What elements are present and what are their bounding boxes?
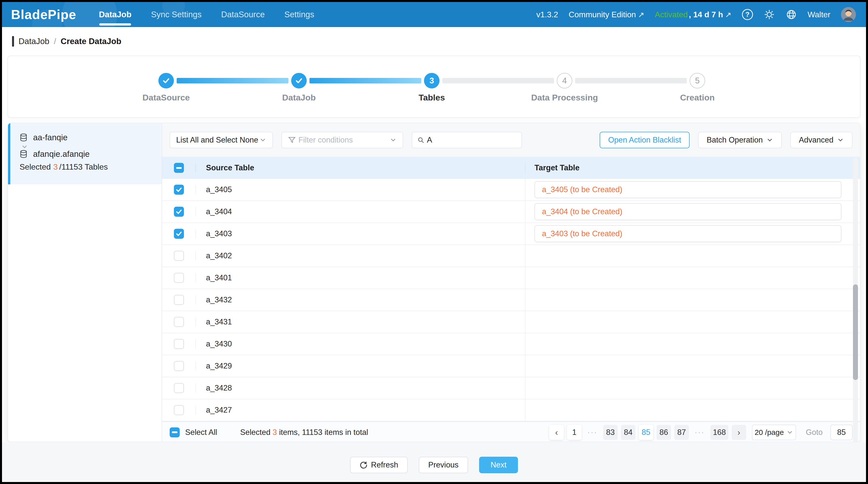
table-footer: Select All Selected 3 items, 11153 items…: [162, 421, 860, 442]
step-label-data-processing: Data Processing: [498, 93, 631, 102]
search-input[interactable]: [427, 135, 517, 144]
user-name[interactable]: Walter: [808, 10, 830, 19]
target-table-cell: [525, 333, 860, 355]
target-table-cell: [525, 377, 860, 399]
datasource-name: aa-fanqie: [33, 133, 68, 142]
refresh-button[interactable]: Refresh: [350, 457, 408, 473]
source-table-column-header: Source Table: [195, 163, 525, 172]
target-table-cell: a_3404 (to be Created): [525, 201, 860, 222]
nav-tab-settings[interactable]: Settings: [284, 2, 314, 27]
app-logo: BladePipe: [11, 7, 76, 22]
batch-operation-button[interactable]: Batch Operation: [698, 132, 782, 148]
pagination-prev-button[interactable]: ‹: [549, 425, 564, 440]
row-checkbox[interactable]: [174, 383, 184, 393]
row-checkbox[interactable]: [174, 273, 184, 283]
language-globe-icon[interactable]: [785, 9, 797, 20]
pagination-page-1[interactable]: 1: [567, 425, 582, 440]
target-table-cell: [525, 399, 860, 421]
filter-funnel-icon: [288, 136, 296, 144]
navbar-right: v1.3.2 Community Edition ↗ Activated , 1…: [536, 7, 856, 22]
filter-placeholder: Filter conditions: [299, 135, 353, 144]
target-table-input[interactable]: a_3405 (to be Created): [534, 181, 841, 198]
step-circle-creation: 5: [690, 73, 705, 89]
open-action-blacklist-button[interactable]: Open Action Blacklist: [600, 132, 690, 148]
advanced-label: Advanced: [799, 135, 833, 144]
pagination: ‹1···8384858687···168› 20 /page Goto: [549, 425, 852, 440]
target-table-cell: [525, 355, 860, 377]
chevron-down-icon: [766, 136, 773, 143]
pagination-page-85[interactable]: 85: [639, 425, 653, 440]
table-row: a_3432: [162, 289, 860, 311]
batch-operation-label: Batch Operation: [707, 135, 763, 144]
next-button[interactable]: Next: [479, 457, 518, 473]
chevron-down-icon: [390, 136, 397, 143]
target-table-cell: a_3403 (to be Created): [525, 223, 860, 245]
target-table-cell: [525, 311, 860, 333]
table-row: a_3405a_3405 (to be Created): [162, 179, 860, 201]
pagination-page-84[interactable]: 84: [621, 425, 636, 440]
datasource-node[interactable]: aa-fanqie: [19, 133, 68, 142]
row-checkbox[interactable]: [174, 317, 184, 327]
pagination-ellipsis: ···: [585, 425, 600, 440]
previous-button[interactable]: Previous: [419, 457, 468, 473]
target-table-input[interactable]: a_3404 (to be Created): [534, 203, 841, 220]
row-checkbox[interactable]: [174, 229, 184, 239]
license-status[interactable]: Activated , 14 d 7 h ↗: [655, 10, 732, 19]
pagination-next-button[interactable]: ›: [732, 425, 746, 440]
table-selection-card: aa-fanqie afanqie.afanqie Selected3/1115…: [7, 123, 861, 442]
pagination-page-168[interactable]: 168: [710, 425, 728, 440]
step-circle-tables: 3: [424, 73, 439, 89]
header-select-checkbox[interactable]: [174, 163, 184, 173]
table-search-box: [412, 132, 522, 148]
step-label-creation: Creation: [631, 93, 764, 102]
pagination-page-83[interactable]: 83: [603, 425, 618, 440]
step-connector: [177, 78, 288, 84]
nav-tab-datajob[interactable]: DataJob: [99, 2, 131, 27]
goto-label: Goto: [806, 428, 823, 437]
edition-link[interactable]: Community Edition ↗: [568, 10, 644, 19]
target-table-cell: [525, 267, 860, 289]
pagination-page-87[interactable]: 87: [674, 425, 689, 440]
goto-page-input[interactable]: [830, 425, 852, 440]
list-mode-select[interactable]: List All and Select None: [169, 132, 273, 148]
select-all-checkbox[interactable]: [169, 427, 180, 438]
table-row: a_3430: [162, 333, 860, 355]
row-checkbox[interactable]: [174, 405, 184, 415]
theme-icon[interactable]: [764, 9, 775, 20]
select-all-label[interactable]: Select All: [185, 428, 217, 437]
table-row: a_3429: [162, 355, 860, 377]
table-scrollbar-thumb[interactable]: [853, 284, 858, 380]
user-avatar[interactable]: [841, 7, 856, 22]
page-size-select[interactable]: 20 /page: [752, 425, 796, 440]
pagination-page-86[interactable]: 86: [656, 425, 671, 440]
source-table-name: a_3403: [195, 229, 525, 238]
table-row: a_3401: [162, 267, 860, 289]
database-icon: [19, 150, 28, 159]
row-checkbox[interactable]: [174, 295, 184, 305]
row-checkbox[interactable]: [174, 251, 184, 261]
filter-conditions-select[interactable]: Filter conditions: [281, 132, 403, 148]
table-row: a_3404a_3404 (to be Created): [162, 201, 860, 223]
datasource-sidebar: aa-fanqie afanqie.afanqie Selected3/1115…: [8, 123, 162, 442]
step-label-datajob: DataJob: [232, 93, 365, 102]
target-table-input[interactable]: a_3403 (to be Created): [534, 225, 841, 242]
row-checkbox[interactable]: [174, 339, 184, 349]
row-checkbox[interactable]: [174, 207, 184, 217]
datasource-panel: aa-fanqie afanqie.afanqie Selected3/1115…: [8, 123, 162, 184]
row-checkbox[interactable]: [174, 361, 184, 371]
breadcrumb-parent[interactable]: DataJob: [19, 37, 49, 46]
target-table-cell: [525, 245, 860, 266]
row-checkbox[interactable]: [174, 185, 184, 195]
breadcrumb-separator: /: [54, 37, 56, 46]
schema-node[interactable]: afanqie.afanqie: [19, 149, 90, 159]
schema-name: afanqie.afanqie: [33, 149, 90, 159]
step-circle-datasource: [158, 73, 174, 89]
breadcrumb: DataJob / Create DataJob: [12, 36, 866, 47]
help-icon[interactable]: ?: [742, 9, 753, 20]
nav-tab-sync-settings[interactable]: Sync Settings: [151, 2, 202, 27]
nav-tab-datasource[interactable]: DataSource: [221, 2, 265, 27]
table-header: Source Table Target Table: [162, 157, 860, 179]
advanced-button[interactable]: Advanced: [790, 132, 852, 148]
table-row: a_3431: [162, 311, 860, 333]
source-table-name: a_3432: [195, 295, 525, 304]
